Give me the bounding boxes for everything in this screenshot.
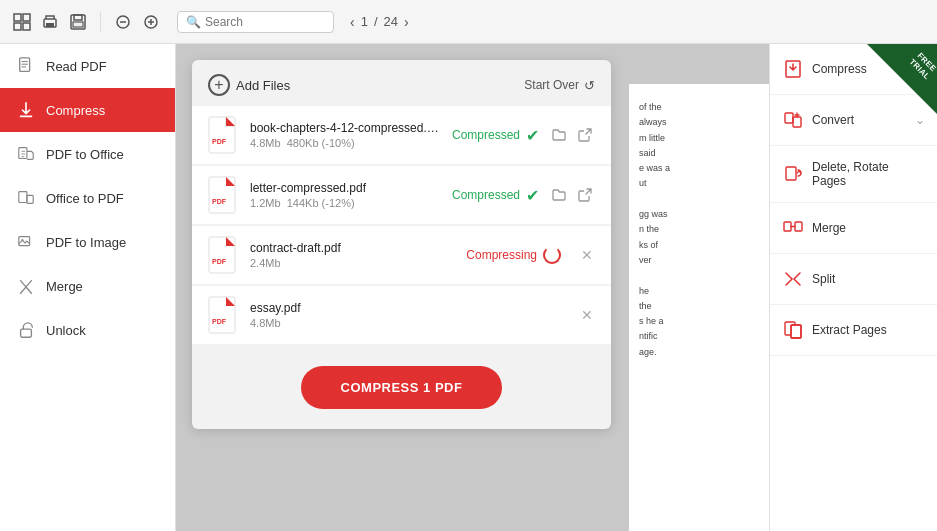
page-current: 1: [361, 14, 368, 29]
compress-btn-container: COMPRESS 1 PDF: [192, 366, 611, 409]
compress-panel: + Add Files Start Over ↺: [192, 60, 611, 429]
folder-icon[interactable]: [549, 125, 569, 145]
status-label: Compressed: [452, 188, 520, 202]
sidebar-item-merge[interactable]: Merge: [0, 264, 175, 308]
file-item: PDF book-chapters-4-12-compressed.pdf 4.…: [192, 106, 611, 164]
search-icon: 🔍: [186, 15, 201, 29]
right-label-merge: Merge: [812, 221, 846, 235]
file-name: contract-draft.pdf: [250, 241, 456, 255]
file-size: 1.2Mb 144Kb (-12%): [250, 197, 442, 209]
add-files-plus-icon: +: [208, 74, 230, 96]
add-files-label: Add Files: [236, 78, 290, 93]
search-bar[interactable]: 🔍: [177, 11, 334, 33]
close-file-button[interactable]: ✕: [579, 305, 595, 325]
sidebar-label-merge: Merge: [46, 279, 83, 294]
add-files-button[interactable]: + Add Files: [208, 74, 290, 96]
sidebar-label-compress: Compress: [46, 103, 105, 118]
svg-rect-7: [74, 15, 82, 20]
close-file-button[interactable]: ✕: [579, 245, 595, 265]
right-label-delete-rotate: Delete, Rotate Pages: [812, 160, 925, 188]
pdf-to-office-icon: [16, 144, 36, 164]
center-area: of thealwaysm littlesaide was autgg wasn…: [176, 44, 769, 531]
refresh-icon: ↺: [584, 78, 595, 93]
file-size: 2.4Mb: [250, 257, 456, 269]
svg-rect-18: [20, 115, 33, 117]
pdf-background: of thealwaysm littlesaide was autgg wasn…: [629, 84, 769, 531]
svg-text:PDF: PDF: [212, 198, 227, 205]
sidebar-item-read-pdf[interactable]: Read PDF: [0, 44, 175, 88]
sidebar-label-pdf-to-image: PDF to Image: [46, 235, 126, 250]
svg-rect-3: [23, 23, 30, 30]
free-trial-text: FREETRIAL: [906, 50, 937, 82]
toolbar: 🔍 ‹ 1 / 24 ›: [0, 0, 937, 44]
file-item: PDF letter-compressed.pdf 1.2Mb 144Kb (-…: [192, 166, 611, 224]
file-actions: [549, 185, 595, 205]
right-convert-icon: [782, 109, 804, 131]
zoom-out-icon[interactable]: [113, 12, 133, 32]
status-label: Compressed: [452, 128, 520, 142]
svg-rect-38: [795, 222, 802, 231]
file-status-compressed: Compressed ✔: [452, 126, 539, 145]
right-label-split: Split: [812, 272, 835, 286]
right-label-compress: Compress: [812, 62, 867, 76]
zoom-in-icon[interactable]: [141, 12, 161, 32]
page-nav: ‹ 1 / 24 ›: [350, 14, 409, 30]
check-icon: ✔: [526, 126, 539, 145]
file-size: 4.8Mb: [250, 317, 569, 329]
sidebar-label-office-to-pdf: Office to PDF: [46, 191, 124, 206]
svg-rect-5: [46, 23, 54, 27]
right-item-extract-pages[interactable]: Extract Pages: [770, 305, 937, 356]
external-link-icon[interactable]: [575, 185, 595, 205]
right-compress-icon: [782, 58, 804, 80]
file-status-compressed: Compressed ✔: [452, 186, 539, 205]
right-split-icon: [782, 268, 804, 290]
sidebar-item-pdf-to-office[interactable]: PDF to Office: [0, 132, 175, 176]
svg-text:PDF: PDF: [212, 318, 227, 325]
start-over-label: Start Over: [524, 78, 579, 92]
svg-rect-21: [27, 195, 33, 203]
page-separator: /: [374, 14, 378, 29]
sidebar-label-pdf-to-office: PDF to Office: [46, 147, 124, 162]
office-to-pdf-icon: [16, 188, 36, 208]
external-link-icon[interactable]: [575, 125, 595, 145]
file-item: PDF essay.pdf 4.8Mb ✕: [192, 286, 611, 344]
svg-rect-37: [784, 222, 791, 231]
save-icon[interactable]: [68, 12, 88, 32]
right-item-delete-rotate[interactable]: Delete, Rotate Pages: [770, 146, 937, 203]
sidebar-item-compress[interactable]: Compress: [0, 88, 175, 132]
panel-header: + Add Files Start Over ↺: [192, 60, 611, 106]
file-list: PDF book-chapters-4-12-compressed.pdf 4.…: [192, 106, 611, 346]
spinner-icon: [543, 246, 561, 264]
sidebar-item-pdf-to-image[interactable]: PDF to Image: [0, 220, 175, 264]
prev-page-btn[interactable]: ‹: [350, 14, 355, 30]
right-item-merge[interactable]: Merge: [770, 203, 937, 254]
unlock-icon: [16, 320, 36, 340]
layout-icon[interactable]: [12, 12, 32, 32]
next-page-btn[interactable]: ›: [404, 14, 409, 30]
file-actions: [549, 125, 595, 145]
merge-icon: [16, 276, 36, 296]
svg-rect-35: [793, 117, 801, 127]
svg-rect-1: [23, 14, 30, 21]
svg-point-23: [21, 239, 23, 241]
compress-icon: [16, 100, 36, 120]
right-extract-icon: [782, 319, 804, 341]
chevron-down-icon: ⌄: [915, 113, 925, 127]
sidebar-item-unlock[interactable]: Unlock: [0, 308, 175, 352]
svg-rect-34: [785, 113, 793, 123]
svg-rect-0: [14, 14, 21, 21]
search-input[interactable]: [205, 15, 325, 29]
compress-button[interactable]: COMPRESS 1 PDF: [301, 366, 503, 409]
svg-rect-20: [19, 192, 27, 203]
svg-rect-8: [73, 22, 83, 27]
file-name: book-chapters-4-12-compressed.pdf: [250, 121, 442, 135]
print-icon[interactable]: [40, 12, 60, 32]
toolbar-icons: [12, 12, 161, 32]
start-over-button[interactable]: Start Over ↺: [524, 78, 595, 93]
sidebar-item-office-to-pdf[interactable]: Office to PDF: [0, 176, 175, 220]
status-label-compressing: Compressing: [466, 248, 537, 262]
folder-icon[interactable]: [549, 185, 569, 205]
right-label-extract-pages: Extract Pages: [812, 323, 887, 337]
right-item-split[interactable]: Split: [770, 254, 937, 305]
free-trial-badge: FREETRIAL: [867, 44, 937, 114]
